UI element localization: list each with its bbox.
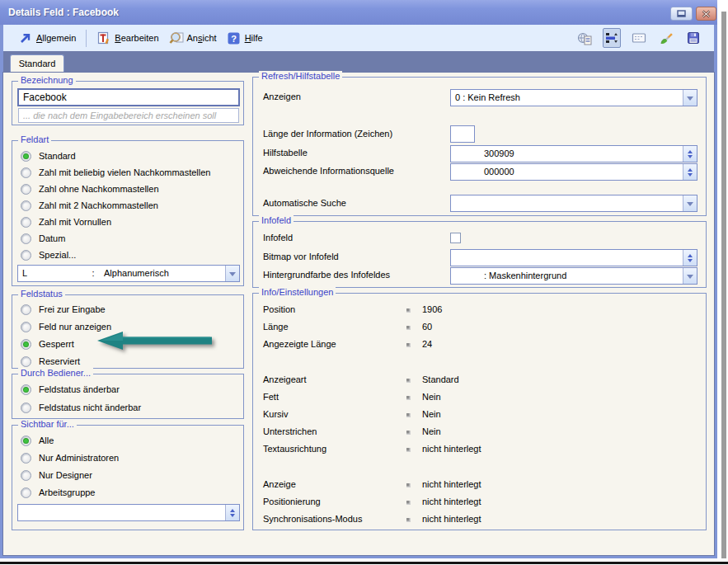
feldstatus-option-nur-anzeigen[interactable]: Feld nur anzeigen: [21, 319, 111, 334]
anzeigen-label: Anzeigen: [263, 92, 301, 101]
magnifier-icon: [169, 31, 183, 45]
bullet-square-icon: [406, 326, 411, 330]
spinner-buttons[interactable]: [683, 146, 697, 162]
radio-icon[interactable]: [21, 403, 31, 413]
chevron-down-icon: [229, 272, 236, 280]
sichtbar-option-designer[interactable]: Nur Designer: [21, 468, 92, 483]
toolbar-right: [575, 28, 702, 48]
group-bediener: Durch Bediener... Feldstatus änderbar Fe…: [12, 374, 244, 419]
farbe-combobox[interactable]: : Maskenhintergrund: [450, 267, 697, 285]
quelle-label: Abweichende Informationsquelle: [263, 166, 394, 176]
group-title: Infofeld: [259, 215, 294, 225]
radio-icon[interactable]: [21, 200, 31, 211]
group-info-einstellungen: Info/Einstellungen Position1906 Länge60 …: [252, 293, 707, 530]
spin-up-icon: [230, 509, 235, 512]
feldstatus-option-gesperrt[interactable]: Gesperrt: [21, 337, 74, 351]
radio-icon[interactable]: [21, 184, 31, 195]
radio-icon[interactable]: [21, 250, 31, 261]
paintbrush-icon[interactable]: [657, 28, 675, 48]
radio-icon[interactable]: [21, 384, 31, 395]
group-infofeld: Infofeld Infofeld Bitmap vor Infofeld Hi…: [252, 221, 707, 288]
dropdown-button[interactable]: [683, 90, 697, 106]
dropdown-button[interactable]: [225, 266, 239, 281]
sichtbar-option-arbeitsgruppe[interactable]: Arbeitsgruppe: [21, 485, 96, 500]
feldstatus-option-reserviert[interactable]: Reserviert: [21, 354, 80, 369]
feldart-option-standard[interactable]: Standard: [21, 148, 76, 163]
spinner-buttons[interactable]: [225, 505, 239, 520]
close-button[interactable]: [696, 7, 716, 21]
radio-icon[interactable]: [21, 322, 31, 332]
combo-separator: :: [82, 266, 104, 281]
arbeitsgruppe-spinner-input[interactable]: [17, 504, 240, 521]
anzeigen-combobox[interactable]: 0 : Kein Refresh: [450, 89, 697, 106]
spin-up-icon: [688, 168, 693, 172]
feldart-option-spezial[interactable]: Spezial...: [21, 247, 76, 262]
laenge-info-label: Länge der Information (Zeichen): [263, 129, 392, 139]
field-list-icon[interactable]: [603, 28, 621, 48]
title-bar: Details Feld : Facebook: [0, 0, 717, 25]
menu-bearbeiten[interactable]: Bearbeiten: [92, 29, 163, 48]
radio-icon[interactable]: [21, 217, 31, 228]
bullet-square-icon: [406, 343, 411, 347]
chevron-down-icon: [687, 202, 693, 210]
group-feldstatus: Feldstatus Frei zur Eingabe Feld nur anz…: [12, 294, 244, 369]
radio-icon[interactable]: [21, 470, 31, 481]
group-title: Bezeichnung: [18, 75, 76, 85]
radio-icon[interactable]: [21, 436, 31, 446]
minimize-icon: [677, 10, 686, 17]
bezeichnung-input[interactable]: [17, 88, 240, 106]
minimize-button[interactable]: [670, 7, 693, 21]
group-title: Feldart: [18, 134, 51, 144]
menu-allgemein[interactable]: Allgemein: [13, 29, 81, 48]
radio-icon[interactable]: [21, 233, 31, 244]
feldart-option-ohne-nachkomma[interactable]: Zahl ohne Nachkommastellen: [21, 181, 159, 196]
radio-icon[interactable]: [21, 487, 31, 498]
dropdown-button[interactable]: [683, 195, 697, 211]
quelle-spinner-input[interactable]: 000000: [450, 163, 697, 181]
bitmap-spinner-input[interactable]: [450, 249, 697, 266]
menu-ansicht[interactable]: Ansicht: [164, 29, 222, 48]
feldart-option-nachkomma-beliebig[interactable]: Zahl mit beliebig vielen Nachkommastelle…: [21, 165, 210, 180]
feldstatus-option-frei[interactable]: Frei zur Eingabe: [21, 302, 106, 317]
form-icon[interactable]: [630, 28, 648, 48]
radio-icon[interactable]: [21, 339, 31, 350]
info-row-laenge: Länge60: [253, 319, 706, 337]
window-drop-shadow: [0, 562, 728, 564]
laenge-info-input[interactable]: [450, 125, 475, 143]
bezeichnung-hint-input[interactable]: [18, 108, 239, 123]
info-row-kursiv: KursivNein: [253, 407, 706, 424]
spin-down-icon: [230, 514, 235, 517]
tab-standard[interactable]: Standard: [10, 54, 64, 73]
feldart-option-datum[interactable]: Datum: [21, 231, 65, 246]
radio-icon[interactable]: [21, 453, 31, 464]
hilfstabelle-spinner-input[interactable]: 300909: [450, 145, 697, 162]
bullet-square-icon: [406, 413, 411, 417]
radio-icon[interactable]: [21, 151, 31, 162]
spinner-buttons[interactable]: [683, 250, 697, 266]
feldart-option-vornullen[interactable]: Zahl mit Vornullen: [21, 214, 111, 229]
bullet-square-icon: [406, 308, 411, 313]
dialog-window: Details Feld : Facebook Allgemein: [0, 0, 717, 558]
radio-icon[interactable]: [21, 167, 31, 178]
sichtbar-option-alle[interactable]: Alle: [21, 433, 54, 448]
group-bezeichnung: Bezeichnung: [12, 81, 244, 125]
radio-icon[interactable]: [21, 356, 31, 367]
infofeld-checkbox[interactable]: [450, 233, 461, 243]
window-title: Details Feld : Facebook: [8, 7, 119, 18]
save-icon[interactable]: [684, 28, 702, 48]
feldart-option-2-nachkomma[interactable]: Zahl mit 2 Nachkommastellen: [21, 198, 158, 213]
feldart-type-combobox[interactable]: L : Alphanumerisch: [17, 265, 240, 282]
menu-hilfe[interactable]: ? Hilfe: [222, 29, 268, 48]
bediener-option-aenderbar[interactable]: Feldstatus änderbar: [21, 382, 120, 397]
sichtbar-option-administratoren[interactable]: Nur Administratoren: [21, 450, 119, 465]
spinner-buttons[interactable]: [683, 164, 697, 180]
bullet-square-icon: [406, 448, 411, 452]
bediener-option-nicht-aenderbar[interactable]: Feldstatus nicht änderbar: [21, 400, 141, 415]
bitmap-label: Bitmap vor Infofeld: [263, 252, 339, 261]
dropdown-button[interactable]: [683, 268, 697, 284]
info-row-position: Position1906: [253, 302, 706, 319]
web-info-icon[interactable]: [575, 28, 594, 48]
suche-combobox[interactable]: [450, 195, 697, 212]
suche-label: Automatische Suche: [263, 198, 346, 208]
radio-icon[interactable]: [21, 304, 31, 315]
